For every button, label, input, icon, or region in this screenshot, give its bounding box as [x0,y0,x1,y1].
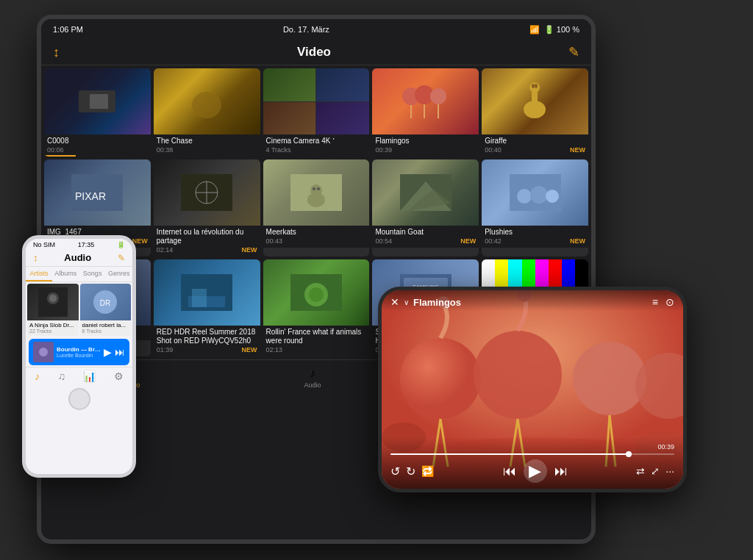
list-item[interactable]: Flamingos 00:39 [372,68,479,157]
now-playing-forward-icon[interactable]: ⏭ [115,346,125,358]
list-item[interactable]: C0008 00:06 [44,68,151,157]
battery-icon: 🔋 100 % [544,25,579,35]
svg-point-5 [430,88,446,104]
sort-icon[interactable]: ↕ [53,45,60,60]
iphone-battery-icon: 🔋 [117,241,125,248]
tab-albums[interactable]: Albums [52,267,79,281]
now-playing-bar[interactable]: Bourdin — Brushstrokes Echo Lucette Bour… [29,339,129,365]
list-item[interactable]: Rollin' France what if animals were roun… [263,259,370,356]
svg-point-49 [39,348,48,356]
page-title: Video [297,45,331,60]
now-playing-play-icon[interactable]: ▶ [104,346,112,358]
shuffle-icon[interactable]: ⇄ [636,465,645,477]
video-duration: 00:54 [375,237,392,245]
tablet-status-right: 📶 🔋 100 % [529,25,579,35]
tab-audio[interactable]: ♪ Audio [304,367,321,389]
video-info: Meerkats 00:43 [263,226,370,248]
player-title: Flamingos [413,297,461,308]
settings-icon[interactable]: ≡ [652,296,658,308]
now-playing-title: Bourdin — Brushstrokes Echo [57,346,101,353]
list-item[interactable]: Cinema Camera 4K ʼ 4 Tracks [263,68,370,157]
tablet-status-bar: 1:06 PM Do. 17. März 📶 🔋 100 % [41,19,591,40]
artist-info: A Ninja Slob Dr... 22 Tracks [27,320,79,336]
video-info: Internet ou la révolution du partage 02:… [154,226,260,256]
video-thumbnail [44,68,151,134]
audio-tab-icon[interactable]: ♫ [58,370,66,382]
airplay-icon[interactable]: ⊙ [665,296,674,308]
audio-tab-icon: ♪ [310,367,315,380]
iphone-nav: ↕ Audio ✎ [26,251,132,267]
now-playing-artwork [33,342,54,362]
artist-name: A Ninja Slob Dr... [29,322,76,329]
list-item[interactable]: RED HDR Reel Summer 2018 Shot on RED PiW… [154,259,260,356]
svg-point-31 [546,190,559,203]
close-button[interactable]: ✕ [390,296,399,308]
video-duration: 00:42 [485,237,502,245]
progress-fill [390,453,632,455]
video-info: C0008 00:06 [44,134,151,157]
list-item[interactable]: Internet ou la révolution du partage 02:… [154,159,260,256]
home-button[interactable] [68,388,90,410]
tab-genres[interactable]: Genres [106,267,132,281]
carrier-label: No SIM [33,241,55,248]
svg-point-23 [313,187,315,190]
video-duration: 02:14 [157,246,174,254]
video-title: Meerkats [266,228,367,237]
list-item[interactable]: Giraffe 00:40 NEW [482,68,588,157]
list-item[interactable]: Meerkats 00:43 [263,159,370,256]
repeat-icon[interactable]: 🔁 [421,465,434,477]
iphone-edit-icon[interactable]: ✎ [118,253,125,263]
video-thumbnail [482,68,588,134]
previous-button[interactable]: ⏮ [503,464,516,479]
tab-songs[interactable]: Songs [79,267,106,281]
list-item[interactable]: The Chase 00:38 [154,68,260,157]
progress-scrubber[interactable] [626,451,632,457]
artist-name: daniel robert la... [82,322,129,329]
list-item[interactable]: Plushies 00:42 NEW [482,159,588,256]
new-badge: NEW [460,237,476,245]
iphone-grid: A Ninja Slob Dr... 22 Tracks DR daniel r… [26,282,132,337]
next-button[interactable]: ⏭ [554,464,568,479]
list-item[interactable]: DR daniel robert la... 6 Tracks [80,284,132,336]
svg-point-29 [517,189,532,204]
right-controls: ⇄ ⤢ ··· [636,465,674,477]
artist-track-count: 6 Tracks [82,329,129,334]
svg-point-10 [524,101,546,118]
video-meta: 00:38 [157,146,257,154]
forward-icon[interactable]: ↻ [406,464,415,478]
list-item[interactable]: Mountain Goat 00:54 NEW [372,159,479,256]
player-title-area: ✕ ∨ Flamingos [390,296,461,308]
video-thumbnail [263,259,370,326]
replay-icon[interactable]: ↺ [390,464,400,478]
video-thumbnail [372,68,479,134]
list-item[interactable]: A Ninja Slob Dr... 22 Tracks [27,284,79,336]
iphone-sort-icon[interactable]: ↕ [33,252,38,263]
play-pause-button[interactable]: ▶ [524,459,547,483]
stats-tab-icon[interactable]: 📊 [83,370,96,382]
music-tab-icon[interactable]: ♪ [35,370,40,382]
video-title: RED HDR Reel Summer 2018 Shot on RED PiW… [157,328,257,345]
settings-tab-icon[interactable]: ⚙ [114,370,124,382]
video-info: Cinema Camera 4K ʼ 4 Tracks [263,134,370,157]
iphone-status-bar: No SIM 17:35 🔋 [26,239,132,251]
video-meta: 4 Tracks [266,146,367,154]
edit-icon[interactable]: ✎ [568,44,579,60]
iphone-bottom-bar: ♪ ♫ 📊 ⚙ [26,367,132,385]
svg-point-39 [309,287,324,302]
fullscreen-icon[interactable]: ⤢ [651,465,660,477]
artist-info: daniel robert la... 6 Tracks [80,320,132,336]
tab-artists[interactable]: Artists [26,267,52,281]
more-icon[interactable]: ··· [665,465,674,477]
iphonex-device: ✕ ∨ Flamingos ≡ ⊙ 00:39 ↺ ↻ 🔁 [378,287,687,492]
progress-bar[interactable] [390,453,674,455]
video-thumbnail [263,68,370,134]
video-title: Plushies [485,228,585,237]
svg-point-11 [529,82,540,93]
svg-text:PIXAR: PIXAR [75,190,106,202]
video-duration: 02:13 [266,346,283,353]
video-info: RED HDR Reel Summer 2018 Shot on RED PiW… [154,326,260,356]
iphone-tab-bar: Artists Albums Songs Genres [26,267,132,282]
artist-track-count: 22 Tracks [29,329,76,334]
video-title: Rollin' France what if animals were roun… [266,328,367,345]
video-meta: 00:54 NEW [375,237,476,245]
